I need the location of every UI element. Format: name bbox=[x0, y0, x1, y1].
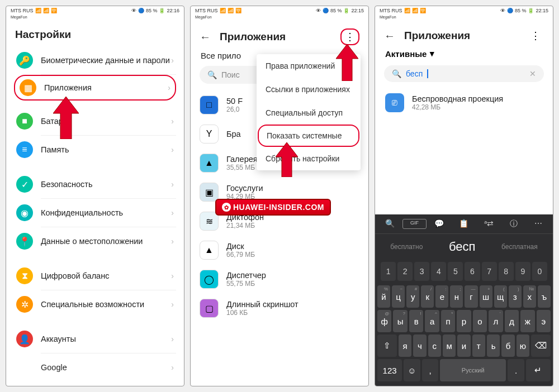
key[interactable]: ?ы bbox=[393, 310, 407, 332]
key[interactable]: 9 bbox=[515, 262, 530, 281]
settings-item-hourglass[interactable]: ⧗ Цифровой баланс › bbox=[14, 262, 176, 290]
suggestion[interactable]: бесплатная bbox=[501, 243, 538, 251]
key[interactable]: 5 bbox=[448, 262, 463, 281]
status-bar: MTS RUS📶📶🛜 👁🔵85 %🔋22:15 bbox=[375, 6, 553, 15]
gif-icon[interactable]: GIF bbox=[402, 219, 427, 229]
menu-item[interactable]: Ссылки в приложениях bbox=[257, 78, 361, 101]
key[interactable]: 0 bbox=[532, 262, 547, 281]
key[interactable]: )з bbox=[509, 285, 522, 308]
chat-icon[interactable]: 💬 bbox=[427, 219, 451, 229]
settings-item-person[interactable]: 👤 Аккаунты › bbox=[14, 325, 176, 353]
key[interactable]: №х bbox=[523, 285, 536, 308]
status-bar: MTS RUS📶📶🛜 👁🔵85 %🔋22:15 bbox=[191, 6, 368, 15]
shield-icon: ✓ bbox=[16, 176, 33, 193]
app-icon: Y bbox=[200, 125, 219, 144]
translate-icon[interactable]: ᵃ⇄ bbox=[477, 219, 501, 229]
settings-item-key[interactable]: 🔑 Биометрические данные и пароли › bbox=[14, 46, 176, 74]
key[interactable]: ж bbox=[520, 310, 534, 332]
key-emoji[interactable]: ☺ bbox=[404, 359, 420, 381]
menu-item[interactable]: Сбросить настройки bbox=[257, 147, 361, 170]
key[interactable]: 2 bbox=[397, 262, 413, 281]
chevron-right-icon: › bbox=[168, 83, 170, 92]
suggestion-primary[interactable]: бесп bbox=[449, 240, 476, 254]
key[interactable]: ь bbox=[487, 334, 500, 357]
key[interactable]: и bbox=[457, 334, 470, 357]
person-icon: 👤 bbox=[16, 331, 33, 347]
key[interactable]: 6 bbox=[465, 262, 480, 281]
key[interactable]: б bbox=[501, 334, 514, 357]
app-list-item[interactable]: ◯ Диспетчер 55,75 МБ bbox=[200, 265, 359, 294]
key[interactable]: т bbox=[472, 334, 485, 357]
key[interactable]: ⇧ bbox=[377, 334, 397, 357]
key[interactable]: #у bbox=[406, 285, 419, 308]
key[interactable]: 8 bbox=[499, 262, 514, 281]
settings-item-grid[interactable]: ▦ Приложения › bbox=[14, 75, 176, 101]
settings-item-accessibility[interactable]: ✲ Специальные возможности › bbox=[14, 290, 176, 318]
key[interactable]: ч bbox=[413, 334, 426, 357]
key-enter[interactable]: ↵ bbox=[526, 359, 551, 381]
back-icon[interactable]: ← bbox=[384, 30, 395, 42]
settings-item-storage[interactable]: ≡ Память › bbox=[14, 136, 176, 164]
search-icon: 🔍 bbox=[392, 69, 401, 78]
key[interactable]: с bbox=[428, 334, 441, 357]
key[interactable]: ю bbox=[517, 334, 529, 357]
key[interactable]: 1 bbox=[381, 262, 396, 281]
key[interactable]: /к bbox=[421, 285, 434, 308]
phone-screen-2: MTS RUS📶📶🛜 👁🔵85 %🔋22:15 MegaFon ← Прилож… bbox=[190, 6, 369, 386]
key[interactable]: 4 bbox=[431, 262, 446, 281]
key[interactable]: ⌫ bbox=[531, 334, 551, 357]
clipboard-icon[interactable]: 📋 bbox=[452, 219, 476, 229]
settings-item-google[interactable]: G Google › bbox=[14, 353, 176, 381]
menu-item[interactable]: Специальный доступ bbox=[257, 101, 361, 125]
key[interactable]: э bbox=[537, 310, 551, 332]
key[interactable]: :е bbox=[435, 285, 448, 308]
key[interactable]: 'л bbox=[489, 310, 503, 332]
info-icon[interactable]: ⓘ bbox=[501, 219, 525, 229]
app-list-item[interactable]: ⎚ Беспроводная проекция 42,28 МБ bbox=[375, 88, 553, 118]
key[interactable]: +ш bbox=[480, 285, 492, 308]
key[interactable]: *п bbox=[441, 310, 455, 332]
key[interactable]: ~ц bbox=[392, 285, 405, 308]
overflow-menu-icon[interactable]: ⋮ bbox=[340, 28, 359, 45]
key-123[interactable]: 123 bbox=[377, 359, 402, 381]
app-name: Беспроводная проекция bbox=[412, 94, 543, 103]
search-input[interactable]: 🔍 бесп ✕ bbox=[384, 65, 544, 82]
settings-item-label: Данные о местоположении bbox=[41, 236, 171, 247]
overflow-menu-icon[interactable]: ⋮ bbox=[527, 28, 544, 43]
key-space[interactable]: Русский bbox=[440, 359, 506, 381]
hourglass-icon: ⧗ bbox=[16, 267, 33, 284]
suggestion[interactable]: бесплатно bbox=[390, 243, 423, 251]
more-icon[interactable]: ⋯ bbox=[526, 219, 550, 229]
search-icon[interactable]: 🔍 bbox=[377, 219, 401, 229]
key[interactable]: д bbox=[505, 310, 519, 332]
back-icon[interactable]: ← bbox=[200, 31, 211, 44]
app-icon: □ bbox=[200, 95, 219, 114]
clear-icon[interactable]: ✕ bbox=[529, 69, 536, 78]
key[interactable]: 3 bbox=[414, 262, 429, 281]
menu-item[interactable]: Показать системные bbox=[258, 125, 359, 147]
key[interactable]: я bbox=[399, 334, 411, 357]
settings-item-pin[interactable]: 📍 Данные о местоположении › bbox=[14, 227, 176, 255]
key[interactable]: !в bbox=[409, 310, 423, 332]
settings-item-battery[interactable]: ■ Батарея › bbox=[14, 107, 176, 135]
key-comma[interactable]: , bbox=[422, 359, 439, 381]
settings-item-label: Цифровой баланс bbox=[41, 271, 171, 281]
filter-dropdown[interactable]: Активные▾ bbox=[375, 49, 553, 65]
key[interactable]: ъ bbox=[538, 285, 551, 308]
key[interactable]: (щ bbox=[494, 285, 507, 308]
key[interactable]: р bbox=[457, 310, 471, 332]
key[interactable]: ^а bbox=[425, 310, 439, 332]
key[interactable]: ;н bbox=[450, 285, 463, 308]
key[interactable]: о bbox=[473, 310, 487, 332]
key-period[interactable]: . bbox=[508, 359, 524, 381]
app-icon: ▢ bbox=[200, 299, 219, 318]
key[interactable]: @ф bbox=[377, 310, 391, 332]
app-list-item[interactable]: ▲ Диск 66,79 МБ bbox=[200, 236, 359, 265]
key[interactable]: 7 bbox=[482, 262, 497, 281]
settings-item-eye[interactable]: ◉ Конфиденциальность › bbox=[14, 199, 176, 227]
settings-item-shield[interactable]: ✓ Безопасность › bbox=[14, 170, 176, 198]
key[interactable]: %й bbox=[377, 285, 390, 308]
app-list-item[interactable]: ▢ Длинный скриншот 106 КБ bbox=[200, 294, 359, 323]
key[interactable]: —г bbox=[465, 285, 477, 308]
key[interactable]: м bbox=[443, 334, 456, 357]
